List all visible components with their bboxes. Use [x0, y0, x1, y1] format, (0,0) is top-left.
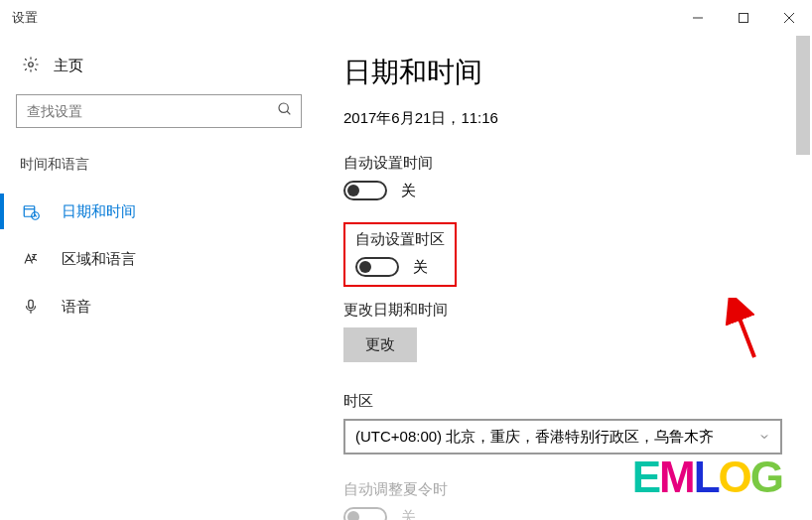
window-title: 设置: [12, 9, 38, 27]
home-label: 主页: [54, 57, 83, 75]
change-datetime-setting: 更改日期和时间 更改: [343, 301, 782, 362]
dst-toggle: [343, 507, 387, 520]
svg-point-5: [279, 103, 288, 112]
timezone-label: 时区: [343, 392, 782, 411]
nav-item-label: 区域和语言: [62, 250, 136, 269]
nav-item-speech[interactable]: 语音: [0, 283, 318, 330]
auto-time-toggle[interactable]: [343, 181, 387, 200]
auto-tz-toggle[interactable]: [355, 257, 399, 277]
nav-item-label: 日期和时间: [62, 202, 136, 221]
auto-time-setting: 自动设置时间 关: [343, 154, 782, 200]
sidebar: 主页 时间和语言 日期和时间 区域和语言 语音: [0, 36, 318, 520]
minimize-button[interactable]: [675, 0, 721, 36]
titlebar: 设置: [0, 0, 812, 36]
current-datetime: 2017年6月21日，11:16: [343, 109, 782, 128]
watermark: EMLOG: [632, 453, 782, 502]
nav-item-datetime[interactable]: 日期和时间: [0, 188, 318, 235]
change-button[interactable]: 更改: [343, 327, 417, 362]
svg-rect-12: [29, 300, 34, 308]
content-area: 日期和时间 2017年6月21日，11:16 自动设置时间 关 自动设置时区 关…: [318, 36, 812, 520]
page-title: 日期和时间: [343, 54, 782, 91]
svg-line-11: [36, 216, 38, 217]
chevron-down-icon: [758, 429, 770, 446]
highlight-annotation: 自动设置时区 关: [343, 222, 457, 287]
microphone-icon: [22, 298, 44, 316]
language-icon: [22, 250, 44, 268]
timezone-setting: 时区 (UTC+08:00) 北京，重庆，香港特别行政区，乌鲁木齐: [343, 392, 782, 455]
svg-rect-1: [740, 14, 748, 23]
nav-item-region[interactable]: 区域和语言: [0, 235, 318, 283]
search-icon: [277, 101, 293, 121]
svg-line-6: [287, 111, 290, 114]
home-link[interactable]: 主页: [0, 56, 318, 94]
auto-time-label: 自动设置时间: [343, 154, 782, 173]
svg-rect-7: [24, 206, 35, 217]
category-label: 时间和语言: [0, 156, 318, 188]
auto-tz-label: 自动设置时区: [355, 230, 445, 249]
change-datetime-label: 更改日期和时间: [343, 301, 782, 320]
search-input[interactable]: [16, 94, 302, 128]
window-controls: [675, 0, 812, 36]
dst-state: 关: [401, 508, 416, 521]
nav-item-label: 语音: [62, 298, 91, 317]
scrollbar[interactable]: [796, 36, 810, 155]
search-field[interactable]: [27, 103, 277, 119]
svg-point-4: [29, 63, 34, 67]
auto-tz-state: 关: [413, 258, 428, 277]
auto-time-state: 关: [401, 182, 416, 200]
calendar-clock-icon: [22, 202, 44, 220]
timezone-select[interactable]: (UTC+08:00) 北京，重庆，香港特别行政区，乌鲁木齐: [343, 419, 782, 455]
maximize-button[interactable]: [721, 0, 766, 36]
close-button[interactable]: [766, 0, 812, 36]
gear-icon: [22, 56, 40, 76]
timezone-value: (UTC+08:00) 北京，重庆，香港特别行政区，乌鲁木齐: [355, 428, 714, 447]
